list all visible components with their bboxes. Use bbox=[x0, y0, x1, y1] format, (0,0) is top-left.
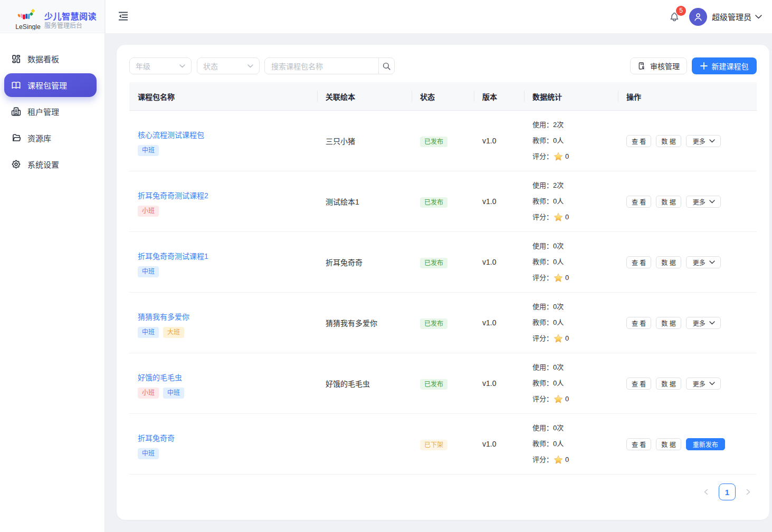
svg-text:LeSingle: LeSingle bbox=[15, 23, 41, 31]
